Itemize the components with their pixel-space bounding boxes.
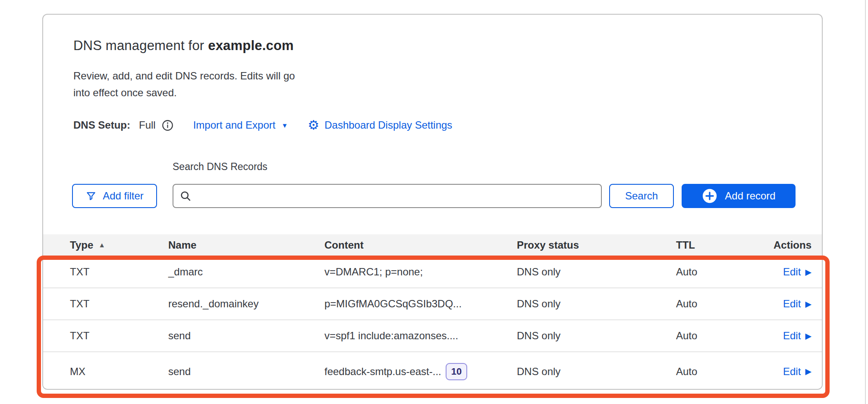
add-filter-button[interactable]: Add filter [72, 184, 157, 208]
dns-management-card: DNS management for example.com Review, a… [42, 14, 823, 390]
column-header-actions: Actions [741, 239, 811, 251]
page-title-domain: example.com [208, 38, 294, 53]
adjacent-panel-edge [865, 0, 866, 404]
dashboard-display-settings-label: Dashboard Display Settings [324, 119, 452, 131]
cell-proxy-status: DNS only [517, 330, 676, 342]
edit-label: Edit [783, 266, 801, 278]
table-row: TXT _dmarc v=DMARC1; p=none; DNS only Au… [43, 256, 822, 288]
edit-button[interactable]: Edit ▶ [783, 330, 811, 342]
cell-content: v=DMARC1; p=none; [324, 266, 517, 278]
chevron-right-icon: ▶ [805, 332, 811, 340]
search-dns-records-label: Search DNS Records [173, 161, 267, 173]
chevron-right-icon: ▶ [805, 300, 811, 308]
edit-button[interactable]: Edit ▶ [783, 298, 811, 310]
column-header-type-label: Type [70, 239, 93, 251]
priority-badge: 10 [446, 363, 467, 380]
dns-setup-value: Full [139, 119, 156, 131]
chevron-right-icon: ▶ [805, 367, 811, 376]
import-export-label: Import and Export [193, 119, 276, 131]
gear-icon: ⚙ [308, 119, 319, 132]
cell-proxy-status: DNS only [517, 366, 676, 378]
column-header-content[interactable]: Content [324, 239, 517, 251]
edit-label: Edit [783, 330, 801, 342]
search-button[interactable]: Search [609, 184, 674, 208]
column-header-type[interactable]: Type ▲ [70, 239, 168, 251]
cell-proxy-status: DNS only [517, 298, 676, 310]
cell-ttl: Auto [676, 298, 741, 310]
controls-row: Add filter Search [43, 184, 822, 208]
chevron-right-icon: ▶ [805, 268, 811, 276]
chevron-down-icon: ▼ [281, 122, 288, 129]
column-header-ttl[interactable]: TTL [676, 239, 741, 251]
cell-type: TXT [70, 330, 168, 342]
table-row: TXT resend._domainkey p=MIGfMA0GCSqGSIb3… [43, 288, 822, 320]
page-description: Review, add, and edit DNS records. Edits… [73, 67, 308, 101]
cell-actions: Edit ▶ [741, 330, 811, 342]
page-title-prefix: DNS management for [73, 38, 208, 53]
table-body: TXT _dmarc v=DMARC1; p=none; DNS only Au… [43, 256, 822, 390]
cell-ttl: Auto [676, 330, 741, 342]
table-row: MX send feedback-smtp.us-east-... 10 DNS… [43, 352, 822, 390]
search-input[interactable] [173, 184, 602, 208]
cell-name: _dmarc [168, 266, 324, 278]
edit-label: Edit [783, 366, 801, 378]
dashboard-display-settings-link[interactable]: ⚙ Dashboard Display Settings [308, 119, 452, 132]
cell-proxy-status: DNS only [517, 266, 676, 278]
cell-type: MX [70, 366, 168, 378]
record-content-text: feedback-smtp.us-east-... [324, 366, 441, 378]
table-row: TXT send v=spf1 include:amazonses.... DN… [43, 320, 822, 352]
search-input-wrap [173, 184, 602, 208]
cell-actions: Edit ▶ [741, 366, 811, 378]
dns-setup-row: DNS Setup: Full Import and Export ▼ ⚙ Da… [73, 117, 452, 134]
cell-actions: Edit ▶ [741, 298, 811, 310]
cell-type: TXT [70, 266, 168, 278]
page-title: DNS management for example.com [73, 38, 294, 54]
import-export-link[interactable]: Import and Export ▼ [193, 119, 288, 131]
add-record-button[interactable]: Add record [682, 184, 796, 208]
cell-ttl: Auto [676, 366, 741, 378]
cell-name: send [168, 366, 324, 378]
plus-circle-icon [701, 188, 718, 204]
cell-content: v=spf1 include:amazonses.... [324, 330, 517, 342]
cell-type: TXT [70, 298, 168, 310]
edit-button[interactable]: Edit ▶ [783, 266, 811, 278]
record-content-text: v=spf1 include:amazonses.... [324, 330, 458, 342]
filter-funnel-icon [85, 190, 97, 202]
edit-button[interactable]: Edit ▶ [783, 366, 811, 378]
info-icon[interactable] [162, 120, 173, 131]
column-header-name[interactable]: Name [168, 239, 324, 251]
record-content-text: p=MIGfMA0GCSqGSIb3DQ... [324, 298, 462, 310]
cell-name: resend._domainkey [168, 298, 324, 310]
record-content-text: v=DMARC1; p=none; [324, 266, 423, 278]
search-button-label: Search [625, 190, 658, 202]
cell-ttl: Auto [676, 266, 741, 278]
edit-label: Edit [783, 298, 801, 310]
cell-content: p=MIGfMA0GCSqGSIb3DQ... [324, 298, 517, 310]
column-header-proxy-status[interactable]: Proxy status [517, 239, 676, 251]
cell-actions: Edit ▶ [741, 266, 811, 278]
dns-management-page: DNS management for example.com Review, a… [0, 0, 868, 404]
cell-name: send [168, 330, 324, 342]
cell-content: feedback-smtp.us-east-... 10 [324, 363, 517, 380]
add-filter-label: Add filter [103, 190, 144, 202]
table-header: Type ▲ Name Content Proxy status TTL Act… [43, 234, 822, 256]
dns-setup-label: DNS Setup: [73, 119, 130, 131]
sort-ascending-icon: ▲ [98, 241, 105, 249]
add-record-label: Add record [725, 190, 775, 202]
